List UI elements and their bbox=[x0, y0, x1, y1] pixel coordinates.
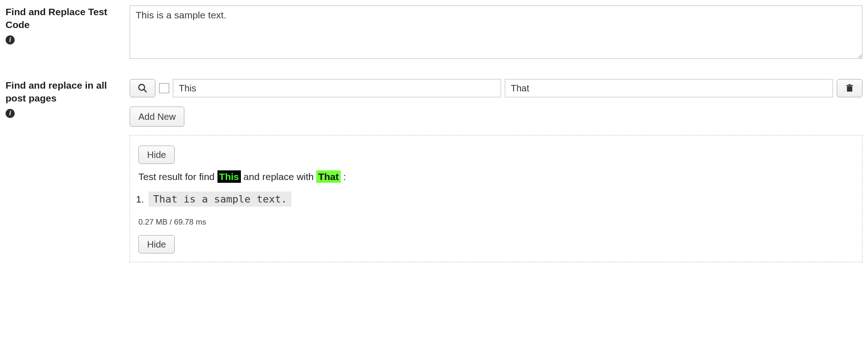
result-line: That is a sample text. bbox=[148, 192, 291, 207]
find-input[interactable] bbox=[173, 79, 501, 97]
replace-input[interactable] bbox=[505, 79, 833, 97]
svg-rect-2 bbox=[847, 86, 852, 92]
svg-rect-3 bbox=[846, 85, 853, 86]
search-icon bbox=[137, 83, 148, 93]
result-text: : bbox=[343, 171, 346, 182]
replace-highlight: That bbox=[316, 170, 340, 183]
info-icon[interactable]: i bbox=[6, 35, 15, 45]
result-text: and replace with bbox=[244, 171, 317, 182]
content-col bbox=[130, 6, 862, 61]
controls-line bbox=[130, 79, 862, 97]
result-panel: Hide Test result for find This and repla… bbox=[130, 135, 862, 262]
result-text: Test result for find bbox=[138, 171, 217, 182]
section-label: Find and replace in all post pages bbox=[6, 79, 121, 105]
label-col: Find and replace in all post pages i bbox=[6, 79, 130, 118]
search-button[interactable] bbox=[130, 79, 155, 97]
regex-checkbox-wrapper bbox=[159, 79, 169, 97]
info-icon[interactable]: i bbox=[6, 109, 15, 118]
section-test-code: Find and Replace Test Code i bbox=[6, 6, 862, 61]
result-stats: 0.27 MB / 69.78 ms bbox=[138, 218, 854, 227]
label-col: Find and Replace Test Code i bbox=[6, 6, 130, 45]
content-col: Add New Hide Test result for find This a… bbox=[130, 79, 862, 262]
result-list: That is a sample text. bbox=[147, 192, 854, 207]
trash-icon bbox=[845, 83, 854, 93]
hide-button-bottom[interactable]: Hide bbox=[138, 235, 175, 254]
test-code-textarea[interactable] bbox=[130, 6, 862, 59]
svg-line-1 bbox=[144, 90, 146, 92]
hide-button-top[interactable]: Hide bbox=[138, 146, 175, 164]
list-item: That is a sample text. bbox=[147, 192, 854, 207]
section-find-replace: Find and replace in all post pages i bbox=[6, 79, 862, 262]
result-sentence: Test result for find This and replace wi… bbox=[138, 171, 854, 182]
find-highlight: This bbox=[217, 170, 241, 183]
section-label: Find and Replace Test Code bbox=[6, 6, 121, 32]
svg-rect-4 bbox=[849, 84, 851, 85]
delete-button[interactable] bbox=[837, 79, 862, 97]
add-new-button[interactable]: Add New bbox=[130, 107, 184, 127]
regex-checkbox[interactable] bbox=[159, 83, 169, 93]
